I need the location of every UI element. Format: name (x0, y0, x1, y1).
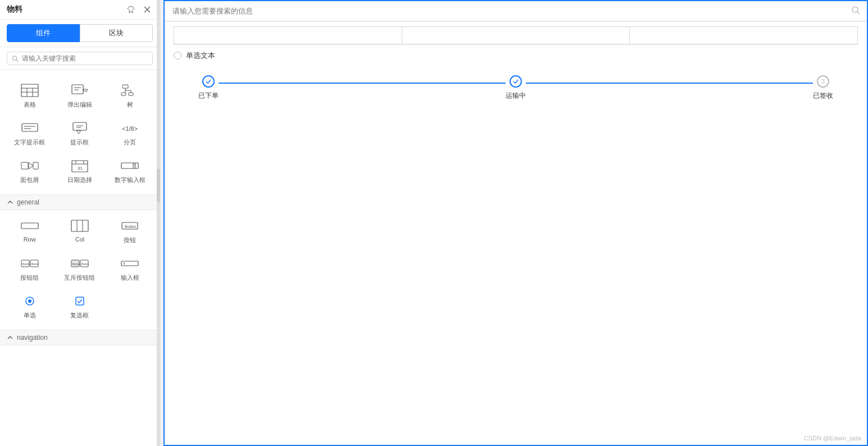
date-picker-label: 日期选择 (67, 176, 92, 184)
canvas-search-input[interactable] (165, 1, 867, 21)
search-bar (0, 47, 160, 70)
radio-icon (20, 293, 40, 309)
component-grid-general: Row Col Button (0, 210, 160, 327)
component-item-table[interactable]: 表格 (4, 77, 54, 115)
row-label: Row (24, 236, 36, 243)
component-item-row[interactable]: Row (4, 212, 54, 250)
sidebar-content: 表格 弹出编辑 (0, 70, 160, 446)
svg-marker-27 (29, 162, 33, 169)
close-icon-btn[interactable] (142, 5, 153, 14)
scrollbar-track (157, 0, 160, 446)
canvas-area: 单选文本 已下单 运输中 (163, 0, 868, 446)
component-item-text-hint[interactable]: 文字提示框 (4, 115, 54, 152)
canvas-table-row (174, 26, 858, 45)
col-label: Col (75, 236, 85, 243)
canvas-table-cell-2 (402, 26, 630, 44)
close-icon (144, 6, 151, 13)
popup-edit-label: 弹出编辑 (67, 101, 92, 109)
canvas-radio-label: 单选文本 (186, 51, 215, 61)
component-item-popup-edit[interactable]: 弹出编辑 (54, 77, 104, 115)
svg-text:Button: Button (81, 262, 89, 266)
svg-point-59 (852, 7, 858, 12)
svg-rect-13 (121, 93, 126, 95)
step-3-label: 已签收 (813, 91, 833, 101)
svg-rect-14 (129, 93, 133, 95)
input-label: 输入框 (121, 274, 139, 282)
component-item-date-picker[interactable]: 31 日期选择 (54, 152, 104, 190)
button-icon: Button (120, 218, 140, 234)
toggle-group-label: 互斥按钮组 (64, 274, 95, 282)
svg-line-3 (16, 60, 18, 61)
row-icon (20, 218, 40, 234)
button-group-icon: Button Button (20, 256, 40, 271)
search-input-wrap (7, 52, 153, 65)
svg-line-60 (857, 12, 860, 14)
svg-point-57 (28, 299, 31, 303)
svg-rect-12 (122, 85, 128, 88)
svg-rect-40 (21, 223, 38, 229)
tab-group: 组件 区块 (0, 20, 160, 47)
canvas-radio-circle[interactable] (174, 52, 181, 60)
radio-label: 单选 (24, 311, 36, 320)
component-item-radio[interactable]: 单选 (4, 288, 54, 325)
component-item-col[interactable]: Col (54, 212, 104, 250)
component-item-number-input[interactable]: 数字输入框 (105, 152, 155, 190)
chevron-up-icon (7, 199, 13, 206)
svg-rect-4 (21, 84, 38, 97)
component-item-hint[interactable]: 提示框 (54, 115, 104, 152)
component-item-button-group[interactable]: Button Button 按钮组 (4, 250, 54, 288)
pagination-icon: <1/8> (120, 120, 140, 136)
svg-rect-28 (33, 162, 38, 169)
component-item-pagination[interactable]: <1/8> 分页 (105, 115, 155, 152)
section-navigation-header: navigation (0, 330, 160, 345)
component-item-checkbox[interactable]: 复选框 (54, 288, 104, 325)
component-item-breadcrumb[interactable]: 面包屑 (4, 152, 54, 190)
svg-text:Button: Button (22, 262, 31, 266)
toggle-group-icon: Button Button (70, 256, 90, 271)
svg-rect-58 (76, 297, 84, 305)
canvas-radio-row: 单选文本 (165, 45, 867, 66)
step-2-label: 运输中 (506, 91, 526, 101)
scrollbar-thumb[interactable] (157, 169, 160, 202)
pin-icon-btn[interactable] (125, 4, 137, 15)
checkbox-icon (70, 293, 90, 309)
step-1-label: 已下单 (198, 91, 219, 101)
date-picker-icon: 31 (70, 158, 90, 174)
breadcrumb-icon (20, 158, 40, 174)
step-2-icon (510, 75, 522, 88)
button-label: 按钮 (124, 236, 136, 244)
svg-marker-22 (76, 130, 81, 134)
step-3-icon: 3 (817, 75, 829, 88)
canvas-search-icon (851, 6, 860, 15)
sidebar-header: 物料 (0, 0, 160, 20)
tab-blocks[interactable]: 区块 (80, 24, 153, 42)
component-item-toggle-group[interactable]: Button Button 互斥按钮组 (54, 250, 104, 288)
tree-icon (120, 83, 140, 98)
hint-label: 提示框 (70, 138, 89, 147)
svg-rect-9 (72, 85, 83, 94)
svg-text:<1/8>: <1/8> (122, 125, 138, 132)
main-canvas: 单选文本 已下单 运输中 (163, 0, 868, 446)
component-item-tree[interactable]: 树 (105, 77, 155, 115)
step-1-icon (202, 75, 215, 88)
step-item-1: 已下单 (198, 75, 219, 101)
text-hint-label: 文字提示框 (14, 138, 45, 147)
sidebar: 物料 组件 区块 (0, 0, 160, 446)
number-input-icon (120, 158, 140, 174)
section-general-label: general (17, 198, 39, 206)
pagination-label: 分页 (124, 138, 136, 147)
sidebar-title: 物料 (7, 4, 22, 15)
search-icon (12, 55, 19, 62)
svg-text:31: 31 (78, 166, 83, 171)
canvas-search-row (165, 1, 867, 22)
component-item-input[interactable]: 输入框 (105, 250, 155, 288)
col-icon (70, 218, 90, 234)
breadcrumb-label: 面包屑 (20, 176, 39, 184)
popup-edit-icon (70, 83, 90, 98)
svg-rect-26 (21, 162, 28, 169)
svg-rect-18 (22, 124, 38, 131)
search-input[interactable] (22, 54, 148, 62)
component-item-button[interactable]: Button 按钮 (105, 212, 155, 250)
number-input-label: 数字输入框 (115, 176, 146, 184)
tab-components[interactable]: 组件 (7, 24, 80, 42)
